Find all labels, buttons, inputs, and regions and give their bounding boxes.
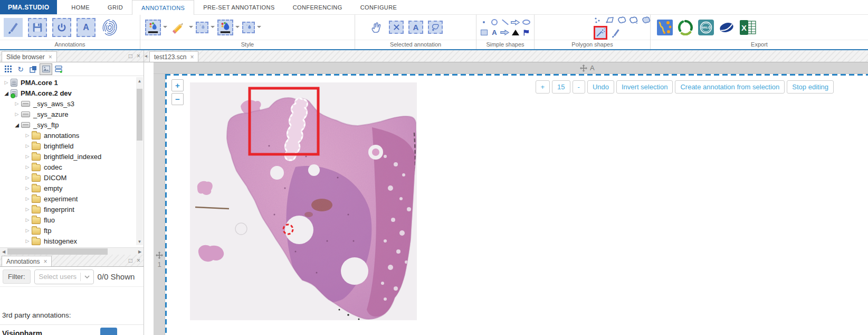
collapse-icon[interactable]: ◢: [14, 122, 20, 128]
expand-icon[interactable]: ▷: [14, 101, 20, 106]
flag-tool-button[interactable]: [521, 27, 531, 37]
tolerance-plus-button[interactable]: +: [536, 80, 550, 94]
tree-item-histogenex[interactable]: ▷histogenex: [0, 236, 144, 246]
zoom-out-button[interactable]: −: [171, 93, 184, 105]
ellipse-logo-export-icon[interactable]: [719, 20, 735, 35]
arrow-outline-tool-button[interactable]: [510, 17, 521, 27]
arrow-filled-tool-button[interactable]: [500, 27, 510, 37]
expand-icon[interactable]: ▷: [24, 185, 31, 191]
tree-item-dicom[interactable]: ▷DICOM: [0, 172, 144, 183]
create-annotation-from-selection-button[interactable]: Create annotation from selection: [675, 80, 785, 94]
expand-icon[interactable]: ▷: [24, 143, 31, 148]
stroke-color-dropdown-icon[interactable]: [163, 26, 167, 30]
line-tool-button[interactable]: [500, 17, 510, 27]
scroll-up-icon[interactable]: ▲: [136, 77, 143, 85]
rectangle-tool-button[interactable]: [479, 27, 489, 37]
scroll-left-icon[interactable]: ◀: [0, 248, 7, 255]
expand-icon[interactable]: ▷: [24, 133, 31, 138]
slide-browser-tab[interactable]: Slide browser ×: [2, 51, 57, 62]
stroke-width-dropdown-icon[interactable]: [189, 26, 193, 30]
menu-grid[interactable]: GRID: [99, 0, 132, 14]
expand-icon[interactable]: ▷: [24, 217, 31, 222]
slide-viewer[interactable]: A 1 + −: [144, 62, 868, 335]
fill-opacity-dropdown-icon[interactable]: [257, 26, 261, 30]
tree-item--sys-ftp[interactable]: ◢_sys_ftp: [0, 119, 144, 130]
pan-select-button[interactable]: [368, 20, 384, 35]
tree-item-brightfield-indexed[interactable]: ▷brightfield_indexed: [0, 151, 144, 162]
expand-icon[interactable]: ▷: [24, 154, 31, 159]
tree-item-experiment[interactable]: ▷experiment: [0, 193, 144, 204]
tab-scroll-left-icon[interactable]: ◂: [145, 53, 147, 59]
delete-annotation-button[interactable]: [389, 21, 404, 34]
text-tool-button[interactable]: A: [489, 27, 500, 37]
fill-color-dropdown-icon[interactable]: [235, 26, 240, 30]
expand-icon[interactable]: ▷: [24, 238, 31, 244]
polygon-tool-button[interactable]: [605, 15, 615, 25]
fill-opacity-button[interactable]: [242, 22, 255, 33]
menu-home[interactable]: HOME: [62, 0, 99, 14]
point-tool-button[interactable]: [479, 17, 489, 27]
expand-icon[interactable]: ▷: [24, 164, 31, 170]
expand-icon[interactable]: ▷: [24, 228, 31, 233]
stroke-width-button[interactable]: [170, 19, 187, 36]
ellipse-tool-button[interactable]: [521, 17, 531, 27]
stroke-color-button[interactable]: [145, 20, 161, 35]
closed-freehand-tool-button[interactable]: [641, 15, 651, 25]
fingerprint-button[interactable]: [101, 18, 119, 36]
visiopharm-export-icon[interactable]: [657, 20, 673, 35]
tree-horizontal-scrollbar[interactable]: ◀ ▶: [0, 247, 144, 255]
grid-view-button[interactable]: [2, 63, 14, 75]
menu-configure[interactable]: CONFIGURE: [351, 0, 406, 14]
maximize-panel-icon[interactable]: □: [129, 257, 132, 264]
close-icon[interactable]: ×: [49, 53, 52, 61]
slide-image[interactable]: [190, 82, 417, 320]
magic-wand-tool-button[interactable]: [594, 26, 607, 40]
tree-item-fluo[interactable]: ▷fluo: [0, 215, 144, 225]
undo-button[interactable]: Undo: [587, 80, 614, 94]
tree-item-brightfield[interactable]: ▷brightfield: [0, 141, 144, 151]
close-panel-icon[interactable]: ×: [137, 257, 140, 264]
zoom-in-button[interactable]: +: [171, 79, 184, 91]
toggle-annotations-button[interactable]: [52, 18, 71, 37]
tolerance-minus-button[interactable]: -: [573, 80, 585, 94]
tree-item-pma-core-1[interactable]: ▷PMA.core 1: [0, 77, 144, 88]
tree-item-pma-core-2-dev[interactable]: ◢PMA.core.2 dev: [0, 88, 144, 98]
tree-item-empty[interactable]: ▷empty: [0, 183, 144, 193]
collapse-icon[interactable]: ◢: [3, 90, 9, 96]
open-in-window-button[interactable]: [27, 63, 40, 75]
annotation-labels-button[interactable]: A: [77, 18, 96, 37]
close-icon[interactable]: ×: [43, 258, 47, 265]
tree-item--sys-azure[interactable]: ▷_sys_azure: [0, 109, 144, 119]
menu-annotations[interactable]: ANNOTATIONS: [132, 0, 194, 15]
expand-icon[interactable]: ▷: [24, 196, 31, 201]
grid-row-header[interactable]: 1: [154, 252, 165, 268]
server-tree-button[interactable]: [52, 63, 65, 75]
select-users-dropdown[interactable]: Select users: [34, 269, 94, 284]
slide-document-tab[interactable]: test123.scn ×: [149, 51, 198, 62]
save-annotations-button[interactable]: [28, 18, 47, 37]
refresh-button[interactable]: ↻: [14, 63, 27, 75]
rename-annotation-button[interactable]: A: [408, 21, 423, 34]
freehand-tool-button[interactable]: [617, 15, 626, 25]
tree-item--sys-aws-s3[interactable]: ▷_sys_aws_s3: [0, 98, 144, 109]
menu-conferencing[interactable]: CONFERENCING: [284, 0, 351, 14]
halo-export-icon[interactable]: HALO: [698, 20, 714, 35]
app-logo[interactable]: PMA.STUDIO: [0, 0, 57, 14]
grid-column-header[interactable]: A: [580, 64, 595, 72]
edit-annotation-shape-button[interactable]: [428, 21, 443, 34]
tolerance-value-button[interactable]: 15: [552, 80, 570, 94]
green-ring-export-icon[interactable]: [678, 20, 693, 35]
annotations-panel-tab[interactable]: Annotations ×: [2, 256, 52, 266]
tree-item-fingerprint[interactable]: ▷fingerprint: [0, 204, 144, 215]
draw-annotation-button[interactable]: [4, 18, 23, 37]
horizontal-scroll-thumb[interactable]: [7, 248, 108, 255]
stroke-opacity-dropdown-icon[interactable]: [211, 26, 215, 30]
excel-export-icon[interactable]: X: [739, 20, 757, 35]
expand-icon[interactable]: ▷: [24, 207, 31, 212]
expand-icon[interactable]: ▷: [14, 111, 20, 117]
fill-color-button[interactable]: [217, 20, 233, 35]
invert-selection-button[interactable]: Invert selection: [616, 80, 673, 94]
stop-editing-button[interactable]: Stop editing: [787, 80, 834, 94]
close-icon[interactable]: ×: [190, 53, 194, 61]
tree-item-annotations[interactable]: ▷annotations: [0, 130, 144, 141]
